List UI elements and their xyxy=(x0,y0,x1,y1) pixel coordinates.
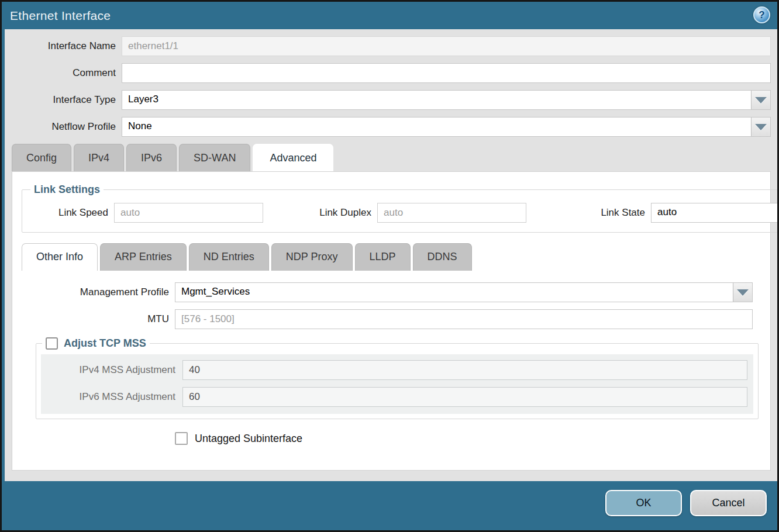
link-settings-fieldset: Link Settings Link Speed Link Duplex Lin… xyxy=(22,184,779,233)
interface-name-field xyxy=(122,36,771,56)
netflow-profile-select[interactable]: None xyxy=(122,117,771,137)
ipv6-mss-label: IPv6 MSS Adjustment xyxy=(47,391,182,403)
dialog-titlebar: Ethernet Interface ? xyxy=(2,2,777,29)
netflow-profile-value: None xyxy=(122,118,751,136)
dialog-body: Interface Name Comment Interface Type La… xyxy=(5,29,778,481)
mss-disabled-area: IPv4 MSS Adjustment IPv6 MSS Adjustment xyxy=(41,354,753,414)
adjust-tcp-mss-fieldset: Adjust TCP MSS IPv4 MSS Adjustment IPv6 … xyxy=(36,337,759,419)
untagged-subinterface-label: Untagged Subinterface xyxy=(195,433,302,445)
link-settings-row: Link Speed Link Duplex Link State auto xyxy=(29,203,779,223)
dialog-title: Ethernet Interface xyxy=(10,9,111,23)
advanced-tab-panel: Link Settings Link Speed Link Duplex Lin… xyxy=(12,171,771,471)
tab-ndp-proxy[interactable]: NDP Proxy xyxy=(271,243,353,271)
question-mark-glyph: ? xyxy=(759,10,764,20)
comment-row: Comment xyxy=(12,63,771,83)
management-profile-select[interactable]: Mgmt_Services xyxy=(175,282,753,302)
link-settings-legend: Link Settings xyxy=(30,184,104,196)
link-speed-field[interactable] xyxy=(114,203,263,223)
management-profile-row: Management Profile Mgmt_Services xyxy=(22,282,753,302)
ipv4-mss-field xyxy=(182,360,747,380)
comment-field[interactable] xyxy=(122,63,771,83)
ethernet-interface-dialog: Ethernet Interface ? Interface Name Comm… xyxy=(0,0,779,532)
sub-tab-bar: Other Info ARP Entries ND Entries NDP Pr… xyxy=(22,243,761,271)
chevron-down-icon xyxy=(755,124,767,130)
interface-type-row: Interface Type Layer3 xyxy=(12,90,771,110)
netflow-profile-dropdown-button[interactable] xyxy=(751,118,770,136)
mtu-field[interactable] xyxy=(175,309,753,329)
adjust-tcp-mss-legend-text: Adjust TCP MSS xyxy=(64,337,146,350)
interface-type-value: Layer3 xyxy=(122,91,751,109)
mtu-row: MTU xyxy=(22,309,753,329)
interface-type-label: Interface Type xyxy=(12,94,122,106)
link-state-value: auto xyxy=(652,203,779,222)
ipv4-mss-row: IPv4 MSS Adjustment xyxy=(47,360,747,380)
adjust-tcp-mss-legend: Adjust TCP MSS xyxy=(42,337,150,350)
tab-arp-entries[interactable]: ARP Entries xyxy=(100,243,187,271)
tab-nd-entries[interactable]: ND Entries xyxy=(189,243,269,271)
tab-lldp[interactable]: LLDP xyxy=(355,243,411,271)
tab-advanced[interactable]: Advanced xyxy=(253,144,333,171)
tab-ipv6[interactable]: IPv6 xyxy=(126,144,177,171)
main-tab-bar: Config IPv4 IPv6 SD-WAN Advanced xyxy=(12,144,771,171)
link-speed-label: Link Speed xyxy=(29,207,114,219)
link-state-label: Link State xyxy=(560,207,651,219)
management-profile-value: Mgmt_Services xyxy=(175,283,733,302)
mtu-label: MTU xyxy=(22,313,175,325)
ipv6-mss-row: IPv6 MSS Adjustment xyxy=(47,387,747,407)
netflow-profile-row: Netflow Profile None xyxy=(12,117,771,137)
tab-ddns[interactable]: DDNS xyxy=(413,243,472,271)
ok-button[interactable]: OK xyxy=(605,490,682,516)
link-duplex-field[interactable] xyxy=(377,203,526,223)
cancel-button[interactable]: Cancel xyxy=(690,490,767,516)
chevron-down-icon xyxy=(755,97,767,103)
interface-name-row: Interface Name xyxy=(12,36,771,56)
interface-name-label: Interface Name xyxy=(12,40,122,52)
untagged-subinterface-row: Untagged Subinterface xyxy=(175,432,761,445)
adjust-tcp-mss-checkbox[interactable] xyxy=(46,337,58,350)
management-profile-dropdown-button[interactable] xyxy=(733,283,752,302)
help-icon[interactable]: ? xyxy=(753,6,770,23)
interface-type-dropdown-button[interactable] xyxy=(751,91,770,109)
link-state-select[interactable]: auto xyxy=(651,203,779,223)
ipv4-mss-label: IPv4 MSS Adjustment xyxy=(47,364,182,376)
untagged-subinterface-checkbox[interactable] xyxy=(175,432,188,445)
tab-sdwan[interactable]: SD-WAN xyxy=(179,144,250,171)
interface-type-select[interactable]: Layer3 xyxy=(122,90,771,110)
link-duplex-label: Link Duplex xyxy=(289,207,377,219)
tab-other-info[interactable]: Other Info xyxy=(22,243,98,271)
management-profile-label: Management Profile xyxy=(22,286,175,298)
tab-config[interactable]: Config xyxy=(12,144,71,171)
dialog-footer: OK Cancel xyxy=(2,481,777,530)
comment-label: Comment xyxy=(12,67,122,79)
ipv6-mss-field xyxy=(182,387,747,407)
chevron-down-icon xyxy=(737,289,749,296)
tab-ipv4[interactable]: IPv4 xyxy=(74,144,124,171)
netflow-profile-label: Netflow Profile xyxy=(12,121,122,133)
